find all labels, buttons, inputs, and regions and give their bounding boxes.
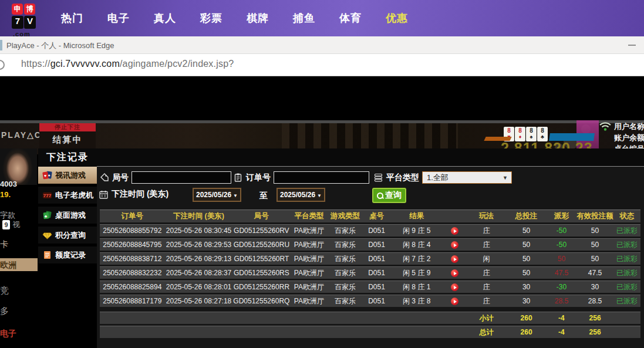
cell-play-type: 庄 — [466, 238, 506, 251]
url-path: /agingame/pcv2/index.jsp? — [120, 59, 234, 69]
cell-payout: 47.5 — [547, 266, 577, 279]
sidebar-item-table-games[interactable]: ♣ 桌面游戏 — [38, 207, 97, 224]
svg-text:♥: ♥ — [44, 174, 46, 178]
sidebar-item-quota-records[interactable]: 额度记录 — [38, 246, 97, 263]
sidebar-item-label: 视讯游戏 — [55, 170, 86, 181]
cell-status: 已派彩 — [613, 295, 640, 307]
account-info-label: 账户余额 — [614, 132, 644, 143]
replay-play-button[interactable] — [451, 269, 458, 277]
logo-tile: 博 — [24, 4, 35, 15]
cell-replay — [443, 266, 467, 279]
cell-play-type: 庄 — [466, 266, 506, 279]
address-bar[interactable]: https://gci.7vvvvvv.com/agingame/pcv2/in… — [21, 59, 234, 69]
subtotal-label: 小计 — [466, 312, 506, 324]
date-from-select[interactable]: 2025/05/26▼ — [193, 188, 241, 202]
column-header: 结果 — [390, 210, 442, 222]
url-scheme: https:// — [21, 59, 50, 69]
sidebar-item-live-games[interactable]: ♠ ♥ 视讯游戏 — [38, 167, 97, 184]
replay-play-button[interactable] — [451, 227, 458, 235]
sidebar-item-label: 电子老虎机 — [55, 190, 93, 201]
background-number: 4003 — [0, 180, 17, 188]
nav-item[interactable]: 真人 — [154, 11, 176, 25]
cell-round-number: GD051255260RV — [233, 224, 291, 236]
cards-icon: ♠ ♥ — [42, 170, 52, 180]
subtotal-valid: 256 — [576, 312, 613, 324]
panel-sidebar: ♠ ♥ 视讯游戏 777 电子老虎机 — [38, 167, 97, 348]
minimize-button[interactable] — [628, 45, 636, 46]
sidebar-item-slots[interactable]: 777 电子老虎机 — [38, 187, 97, 204]
cell-bet-time: 2025-05-26 08:28:37 — [165, 266, 233, 279]
cell-game-type: 百家乐 — [328, 238, 363, 251]
background-text: 多 — [0, 306, 9, 317]
cell-play-type: 庄 — [466, 295, 506, 307]
bet-time-group: 下注时间 (美东) — [99, 189, 168, 200]
cell-game-type: 百家乐 — [328, 295, 363, 307]
window-title: PlayAce - 个人 - Microsoft Edge — [6, 40, 114, 51]
cell-total-bet: 30 — [507, 281, 547, 293]
replay-play-button[interactable] — [451, 298, 458, 305]
cell-valid-bet: 50 — [576, 224, 613, 236]
cell-total-bet: 50 — [507, 238, 547, 251]
document-icon — [42, 250, 52, 260]
table-games-icon: ♣ — [42, 210, 52, 220]
cell-round-number: GD051255260RS — [233, 266, 291, 279]
site-logo[interactable]: 申 博 7 V .com — [12, 4, 36, 36]
round-filter-label: 局号 — [112, 173, 129, 183]
sidebar-item-points[interactable]: 积分查询 — [38, 227, 97, 244]
column-header: 有效投注额 — [576, 210, 613, 222]
cell-bet-time: 2025-05-26 08:29:53 — [165, 238, 233, 251]
round-filter-group: 局号 — [99, 171, 231, 184]
cell-payout: 28.5 — [547, 295, 577, 307]
date-to-select[interactable]: 2025/05/26▼ — [277, 188, 325, 202]
nav-item[interactable]: 彩票 — [200, 11, 222, 25]
round-number-input[interactable] — [132, 171, 231, 184]
column-header: 状态 — [613, 210, 640, 222]
nav-item[interactable]: 优惠 — [386, 11, 408, 25]
nav-item[interactable]: 体育 — [339, 11, 362, 25]
sidebar-item-label: 桌面游戏 — [55, 210, 86, 221]
replay-play-button[interactable] — [451, 255, 458, 263]
cell-result: 闲 7 庄 2 — [390, 252, 442, 265]
nav-item[interactable]: 捕鱼 — [293, 11, 315, 25]
query-button[interactable]: 查询 — [372, 188, 406, 203]
svg-text:777: 777 — [43, 193, 52, 198]
cell-game-type: 百家乐 — [328, 252, 363, 265]
site-info-icon[interactable] — [0, 60, 5, 70]
cell-valid-bet: 50 — [576, 252, 613, 265]
cell-bet-time: 2025-05-26 08:30:45 — [165, 224, 233, 236]
nav-item[interactable]: 热门 — [61, 11, 83, 25]
gem-icon — [42, 230, 52, 240]
cell-result: 闲 5 庄 9 — [390, 266, 442, 279]
cell-order-number: 250526088838712 — [100, 252, 165, 265]
records-table-wrap: 订单号下注时间 (美东)局号平台类型游戏类型桌号结果玩法总投注派彩有效投注额状态… — [100, 208, 640, 340]
cell-valid-bet: 50 — [576, 238, 613, 251]
subtotal-bet: 260 — [507, 312, 547, 324]
bet-status-box: 停止下注 结算中 — [39, 123, 96, 148]
background-text: 竞 — [0, 285, 9, 296]
cell-table-number: D051 — [363, 281, 391, 293]
cell-status: 已派彩 — [613, 238, 640, 251]
nav-item[interactable]: 棋牌 — [247, 11, 269, 25]
wifi-icon — [599, 121, 612, 134]
cell-result: 闲 9 庄 5 — [390, 224, 442, 236]
column-header: 平台类型 — [290, 210, 328, 222]
slot-777-icon: 777 — [42, 190, 52, 200]
cell-play-type: 庄 — [466, 281, 506, 293]
column-header — [443, 210, 467, 222]
cell-replay — [443, 224, 467, 236]
nav-item[interactable]: 电子 — [107, 11, 130, 25]
cell-platform: PA欧洲厅 — [290, 266, 328, 279]
platform-filter-label: 平台类型 — [386, 173, 419, 183]
order-number-input[interactable] — [274, 171, 369, 184]
clipboard-icon — [233, 173, 243, 183]
empty-cell — [100, 326, 466, 338]
cell-status: 已派彩 — [613, 224, 640, 236]
column-header: 订单号 — [100, 210, 165, 222]
replay-play-button[interactable] — [451, 283, 458, 291]
cell-replay — [443, 295, 467, 307]
replay-play-button[interactable] — [451, 241, 458, 249]
platform-type-select[interactable]: 1.全部 ▼ — [422, 171, 512, 184]
platform-list-icon — [373, 173, 383, 183]
cell-game-type: 百家乐 — [328, 266, 363, 279]
browser-urlbar: https://gci.7vvvvvv.com/agingame/pcv2/in… — [0, 54, 644, 76]
